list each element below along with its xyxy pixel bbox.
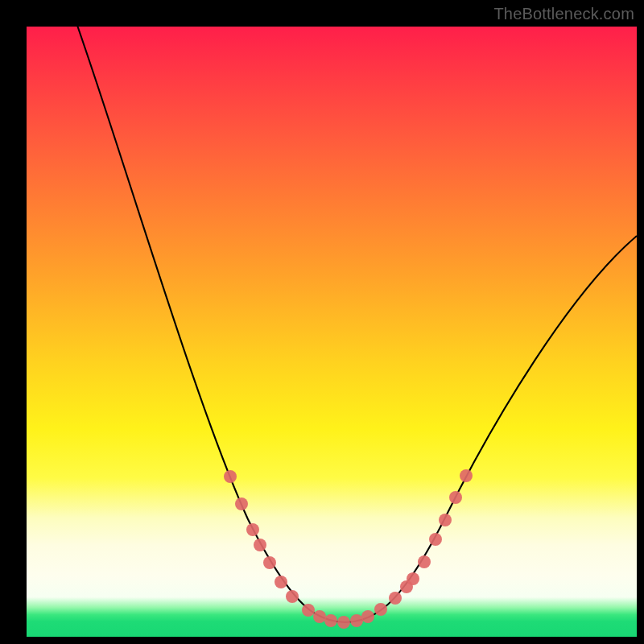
dot: [350, 614, 363, 627]
dot: [235, 497, 248, 510]
dot: [389, 592, 402, 605]
bottleneck-curve: [75, 19, 637, 622]
dot: [275, 576, 287, 588]
dot: [224, 470, 237, 483]
dot: [337, 616, 350, 629]
dot: [361, 610, 374, 623]
dot: [302, 604, 315, 617]
dot: [313, 610, 326, 623]
curve-layer: [27, 27, 637, 637]
dot: [460, 469, 473, 482]
dot: [439, 514, 452, 526]
chart-frame: TheBottleneck.com: [0, 0, 644, 644]
dot-group: [224, 469, 473, 629]
dot: [286, 590, 299, 603]
watermark-text: TheBottleneck.com: [493, 5, 634, 23]
dot: [246, 523, 259, 536]
dot: [418, 555, 431, 568]
dot: [324, 614, 337, 627]
plot-area: [27, 27, 637, 637]
dot: [407, 572, 419, 585]
dot: [429, 533, 442, 546]
dot: [263, 556, 276, 569]
dot: [254, 539, 266, 551]
dot: [374, 603, 387, 616]
dot: [449, 491, 462, 504]
